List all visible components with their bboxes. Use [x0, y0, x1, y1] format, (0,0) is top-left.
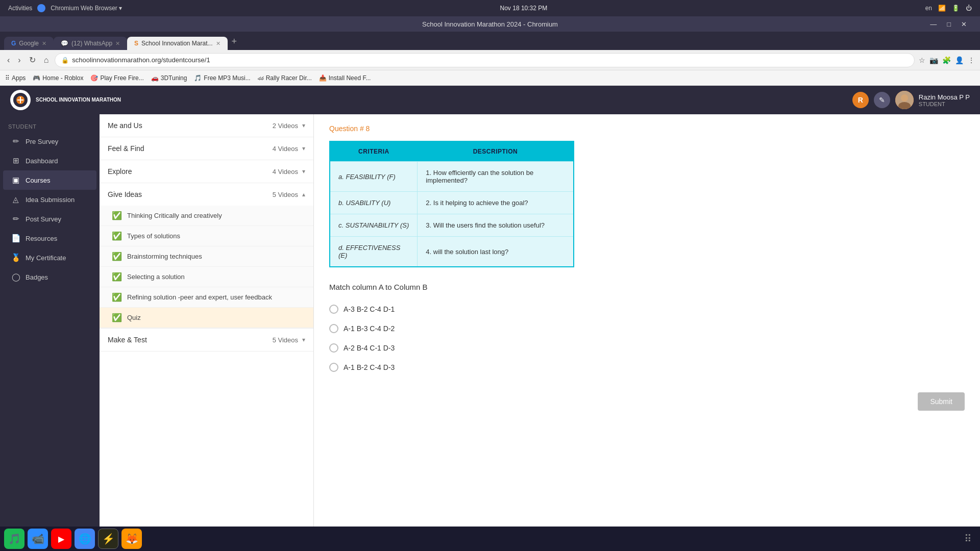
list-item[interactable]: ✅ Types of solutions — [100, 226, 313, 246]
radio-circle-2[interactable] — [329, 343, 338, 353]
url-text: schoolinnovationmarathon.org/studentcour… — [72, 56, 210, 64]
radio-option-3[interactable]: A-1 B-2 C-4 D-3 — [329, 358, 965, 377]
new-tab-button[interactable]: + — [232, 36, 237, 50]
reload-button[interactable]: ↻ — [27, 53, 38, 67]
tab-label-sim: School Innovation Marat... — [141, 40, 212, 47]
user-info: Razin Moosa P P STUDENT — [919, 93, 970, 107]
taskbar-app-clash[interactable]: ⚡ — [98, 529, 118, 549]
radio-circle-3[interactable] — [329, 363, 338, 372]
course-list: Me and Us 2 Videos ▾ Feel & Find 4 Video… — [100, 114, 314, 551]
radio-label-1: A-1 B-3 C-4 D-2 — [344, 324, 395, 333]
tab-sim[interactable]: S School Innovation Marat... ✕ — [127, 37, 227, 50]
tab-close-sim[interactable]: ✕ — [216, 40, 220, 47]
3dtuning-favicon: 🚗 — [151, 74, 159, 82]
criteria-a: a. FEASIBILITY (F) — [330, 162, 418, 192]
section-header-me-and-us[interactable]: Me and Us 2 Videos ▾ — [100, 114, 313, 137]
screenshot-icon[interactable]: 📷 — [929, 56, 938, 64]
topbar-left: Activities Chromium Web Browser ▾ — [8, 4, 122, 12]
taskbar-app-firefox[interactable]: 🦊 — [121, 529, 142, 549]
table-row: c. SUSTAINABILITY (S) 3. Will the users … — [330, 214, 574, 237]
window-controls[interactable]: — □ ✕ — [927, 20, 970, 28]
radio-option-2[interactable]: A-2 B-4 C-1 D-3 — [329, 338, 965, 358]
bookmark-apps[interactable]: ⠿ Apps — [5, 74, 26, 82]
address-bar: ‹ › ↻ ⌂ 🔒 schoolinnovationmarathon.org/s… — [0, 50, 980, 70]
taskbar-app-spotify[interactable]: 🎵 — [4, 529, 24, 549]
profile-icon[interactable]: 👤 — [955, 56, 964, 64]
section-header-explore[interactable]: Explore 4 Videos ▾ — [100, 160, 313, 183]
description-3: 3. Will the users find the solution usef… — [418, 214, 574, 237]
sidebar-item-pre-survey[interactable]: ✏ Pre Survey — [3, 132, 96, 151]
bookmark-freefire[interactable]: 🎯 Play Free Fire... — [90, 74, 143, 82]
sidebar-item-dashboard[interactable]: ⊞ Dashboard — [3, 151, 96, 170]
section-videos-explore: 4 Videos — [273, 168, 298, 176]
tab-whatsapp[interactable]: 💬 (12) WhatsApp ✕ — [54, 37, 127, 50]
maximize-button[interactable]: □ — [944, 20, 954, 28]
tab-google[interactable]: G Google ✕ — [4, 37, 54, 50]
section-header-give-ideas[interactable]: Give Ideas 5 Videos ▴ — [100, 183, 313, 206]
wifi-icon: 📶 — [938, 5, 946, 12]
home-button[interactable]: ⌂ — [42, 54, 51, 67]
tab-favicon-whatsapp: 💬 — [61, 40, 68, 47]
taskbar-app-zoom[interactable]: 📹 — [28, 529, 48, 549]
section-chevron-feel-find: ▾ — [302, 145, 305, 152]
item-label-4: Selecting a solution — [127, 273, 185, 281]
close-button[interactable]: ✕ — [958, 20, 970, 28]
logo-area: SCHOOL INNOVATION MARATHON — [10, 90, 121, 110]
check-icon-5: ✅ — [112, 292, 122, 302]
radio-option-0[interactable]: A-3 B-2 C-4 D-1 — [329, 299, 965, 319]
bookmark-rally[interactable]: 🏎 Rally Racer Dir... — [258, 74, 312, 82]
taskbar-grid-icon[interactable]: ⠿ — [964, 533, 972, 545]
bookmark-mp3[interactable]: 🎵 Free MP3 Musi... — [194, 74, 250, 82]
list-item-quiz[interactable]: ✅ Quiz — [100, 308, 313, 328]
sidebar-item-idea-submission[interactable]: ◬ Idea Submission — [3, 190, 96, 209]
sidebar-item-resources[interactable]: 📄 Resources — [3, 229, 96, 248]
minimize-button[interactable]: — — [927, 20, 940, 28]
section-header-make-test[interactable]: Make & Test 5 Videos ▾ — [100, 329, 313, 351]
section-meta-explore: 4 Videos ▾ — [273, 168, 305, 176]
list-item[interactable]: ✅ Refining solution -peer and expert, us… — [100, 287, 313, 308]
header-icon-r[interactable]: R — [852, 92, 869, 108]
browser-titlebar: School Innovation Marathon 2024 - Chromi… — [0, 16, 980, 32]
system-topbar: Activities Chromium Web Browser ▾ Nov 18… — [0, 0, 980, 16]
tab-label-google: Google — [19, 40, 39, 47]
radio-circle-1[interactable] — [329, 324, 338, 333]
radio-option-1[interactable]: A-1 B-3 C-4 D-2 — [329, 319, 965, 338]
header-icon-edit[interactable]: ✎ — [874, 92, 890, 108]
taskbar-app-youtube[interactable]: ▶ — [51, 529, 71, 549]
language-indicator[interactable]: en — [925, 5, 932, 12]
sidebar-item-post-survey[interactable]: ✏ Post Survey — [3, 209, 96, 229]
activities-label[interactable]: Activities — [8, 5, 32, 12]
browser-title-label[interactable]: Chromium Web Browser ▾ — [51, 5, 122, 12]
extensions-icon[interactable]: 🧩 — [942, 56, 951, 64]
bookmark-roblox[interactable]: 🎮 Home - Roblox — [33, 74, 83, 82]
bookmark-3dtuning[interactable]: 🚗 3DTuning — [151, 74, 187, 82]
bookmark-install[interactable]: 📥 Install Need F... — [319, 74, 371, 82]
bookmark-apps-label: Apps — [12, 74, 26, 82]
section-meta-give-ideas: 5 Videos ▴ — [273, 191, 305, 198]
tab-close-whatsapp[interactable]: ✕ — [115, 40, 120, 47]
tab-close-google[interactable]: ✕ — [42, 40, 46, 47]
section-videos-me-and-us: 2 Videos — [273, 122, 298, 130]
sidebar-label-post-survey: Post Survey — [26, 215, 61, 223]
address-actions: ☆ 📷 🧩 👤 ⋮ — [919, 56, 975, 64]
section-chevron-explore: ▾ — [302, 168, 305, 175]
submit-button[interactable]: Submit — [918, 392, 965, 411]
list-item[interactable]: ✅ Selecting a solution — [100, 267, 313, 287]
list-item[interactable]: ✅ Brainstorming techniques — [100, 246, 313, 267]
item-label-1: Thinking Critically and creatively — [127, 212, 222, 219]
back-button[interactable]: ‹ — [5, 54, 12, 67]
sidebar-label-idea-submission: Idea Submission — [26, 196, 75, 204]
sidebar-item-courses[interactable]: ▣ Courses — [3, 170, 96, 190]
sidebar-item-badges[interactable]: ◯ Badges — [3, 267, 96, 287]
check-icon-1: ✅ — [112, 211, 122, 220]
list-item[interactable]: ✅ Thinking Critically and creatively — [100, 206, 313, 226]
section-header-feel-find[interactable]: Feel & Find 4 Videos ▾ — [100, 137, 313, 160]
svg-point-6 — [901, 94, 908, 102]
radio-circle-0[interactable] — [329, 305, 338, 314]
forward-button[interactable]: › — [16, 54, 22, 67]
menu-icon[interactable]: ⋮ — [968, 56, 975, 64]
url-box[interactable]: 🔒 schoolinnovationmarathon.org/studentco… — [55, 53, 915, 67]
taskbar-app-chromium[interactable]: 🌐 — [75, 529, 95, 549]
bookmark-star-icon[interactable]: ☆ — [919, 56, 925, 64]
sidebar-item-my-certificate[interactable]: 🏅 My Certificate — [3, 248, 96, 267]
